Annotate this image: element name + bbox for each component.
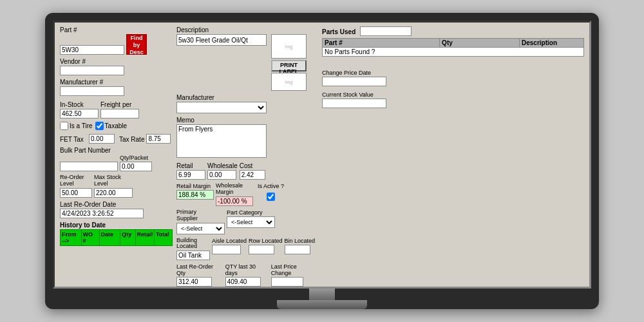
bin-located-input[interactable] xyxy=(285,245,310,254)
part-number-label: Part # xyxy=(60,26,173,33)
fet-tax-label: FET Tax xyxy=(60,136,87,143)
taxable-checkbox[interactable] xyxy=(95,122,104,130)
right-panel: Parts Used Part # Qty Description xyxy=(322,26,584,283)
row-located-label: Row Located xyxy=(249,238,283,244)
current-stock-input[interactable] xyxy=(322,99,386,108)
tax-rate-input[interactable] xyxy=(146,134,171,144)
in-stock-label: In-Stock xyxy=(60,101,99,108)
is-active-checkbox[interactable] xyxy=(258,193,284,201)
vendor-input[interactable] xyxy=(60,66,124,75)
screen: Part # Find by Desc Vendor # Manufacture… xyxy=(53,21,591,289)
description-label: Description xyxy=(176,26,318,33)
part-category-select[interactable]: <-Select xyxy=(227,216,275,228)
history-label: History to Date xyxy=(60,222,173,229)
mid-panel: Description img PRINT LABEL img xyxy=(176,26,318,283)
last-reorder-date-label: Last Re-Order Date xyxy=(60,201,173,208)
freight-input[interactable] xyxy=(100,109,139,118)
bin-located-label: Bin Located xyxy=(285,238,316,244)
cost-input[interactable] xyxy=(240,170,265,180)
parts-col-desc: Description xyxy=(520,39,584,48)
aisle-located-label: Aisle Located xyxy=(212,238,247,244)
manufacturer-field-label: Manufacturer xyxy=(176,94,318,101)
manufacturer-num-section: Manufacturer # xyxy=(60,79,173,96)
current-stock-section: Current Stock Value xyxy=(322,91,584,108)
part-image-bottom: img xyxy=(271,73,307,91)
history-col-total: Total xyxy=(155,230,172,245)
memo-textarea[interactable]: From Flyers xyxy=(176,124,267,158)
no-parts-row: No Parts Found ? xyxy=(323,48,584,57)
monitor-stand-base xyxy=(277,300,367,309)
parts-table: Part # Qty Description No Parts Found ? xyxy=(322,38,584,57)
qty-packet-label: Qty/Packet xyxy=(120,155,152,161)
qty-price-section: Last Re-Order Qty QTY last 30 days Last … xyxy=(176,263,318,287)
last-reorder-date-input[interactable] xyxy=(60,209,144,218)
change-price-date-input[interactable] xyxy=(322,77,386,86)
history-col-from: From --> xyxy=(61,230,82,245)
margin-section: Retail Margin WholesaleMargin Is Active … xyxy=(176,183,318,206)
part-category-label: Part Category xyxy=(227,209,275,216)
monitor: Part # Find by Desc Vendor # Manufacture… xyxy=(45,13,599,309)
find-by-desc-button[interactable]: Find by Desc xyxy=(126,34,147,55)
is-active-label: Is Active ? xyxy=(258,183,284,189)
stock-freight-section: In-Stock Freight per xyxy=(60,101,173,118)
retail-input[interactable] xyxy=(176,170,205,180)
parts-used-input[interactable] xyxy=(360,26,412,36)
in-stock-input[interactable] xyxy=(60,109,99,118)
history-header-bar: From --> WO # Date Qty Retail Total xyxy=(60,229,173,246)
row-located-input[interactable] xyxy=(249,245,274,254)
reorder-level-input[interactable] xyxy=(60,188,92,198)
no-parts-text: No Parts Found ? xyxy=(323,48,584,57)
history-section: History to Date From --> WO # Date Qty R… xyxy=(60,222,173,246)
retail-label: Retail xyxy=(176,162,205,169)
tax-rate-label: Tax Rate xyxy=(119,136,144,143)
manufacturer-section: Manufacturer xyxy=(176,94,318,113)
parts-used-section: Parts Used Part # Qty Description xyxy=(322,26,584,57)
vendor-label: Vendor # xyxy=(60,58,173,65)
print-label-button[interactable]: PRINT LABEL xyxy=(271,60,307,71)
parts-used-label: Parts Used xyxy=(322,28,355,35)
checkboxes-section: Is a Tire Taxable xyxy=(60,122,173,131)
last-reorder-qty-input[interactable] xyxy=(176,277,212,287)
history-col-wo: WO # xyxy=(82,230,100,245)
retail-margin-input[interactable] xyxy=(176,190,214,200)
building-located-input[interactable] xyxy=(176,251,210,260)
current-stock-label: Current Stock Value xyxy=(322,91,584,98)
supplier-category-section: PrimarySupplier <-Select Part Category <… xyxy=(176,209,318,234)
description-section: Description img PRINT LABEL img xyxy=(176,26,318,91)
price-date-section: Change Price Date xyxy=(322,70,584,86)
description-input[interactable] xyxy=(176,34,267,46)
monitor-stand-neck xyxy=(309,289,335,300)
max-stock-label: Max StockLevel xyxy=(94,175,133,187)
retail-margin-label: Retail Margin xyxy=(176,183,214,189)
history-col-retail: Retail xyxy=(136,230,155,245)
part-number-section: Part # Find by Desc xyxy=(60,26,173,55)
wholesale-margin-input[interactable] xyxy=(216,196,253,206)
part-image-top: img xyxy=(271,34,307,59)
change-price-date-label: Change Price Date xyxy=(322,70,584,76)
qty-last-30-input[interactable] xyxy=(225,277,261,287)
last-reorder-qty-label: Last Re-Order Qty xyxy=(176,263,223,276)
history-col-date: Date xyxy=(100,230,121,245)
memo-section: Memo From Flyers xyxy=(176,117,318,159)
manufacturer-select[interactable] xyxy=(176,102,267,113)
bulk-part-input[interactable] xyxy=(60,162,118,171)
history-col-qty: Qty xyxy=(120,230,135,245)
is-tire-checkbox[interactable] xyxy=(60,122,68,130)
manufacturer-num-input[interactable] xyxy=(60,86,124,96)
part-number-input[interactable] xyxy=(60,45,124,55)
parts-col-part: Part # xyxy=(323,39,440,48)
manufacturer-num-label: Manufacturer # xyxy=(60,79,173,86)
qty-packet-input[interactable] xyxy=(120,162,152,171)
last-reorder-section: Last Re-Order Date xyxy=(60,201,173,218)
last-price-change-input[interactable] xyxy=(271,277,303,287)
primary-supplier-select[interactable]: <-Select xyxy=(176,223,225,234)
taxable-label: Taxable xyxy=(95,122,127,130)
pricing-section: Retail Wholesale Cost xyxy=(176,162,318,180)
fet-tax-input[interactable] xyxy=(89,134,115,144)
wholesale-input[interactable] xyxy=(207,170,236,180)
wholesale-label: Wholesale xyxy=(207,162,238,169)
bulk-part-section: Bulk Part Number Qty/Packet xyxy=(60,147,173,171)
max-stock-input[interactable] xyxy=(94,188,133,198)
left-panel: Part # Find by Desc Vendor # Manufacture… xyxy=(60,26,173,283)
aisle-located-input[interactable] xyxy=(212,245,241,254)
